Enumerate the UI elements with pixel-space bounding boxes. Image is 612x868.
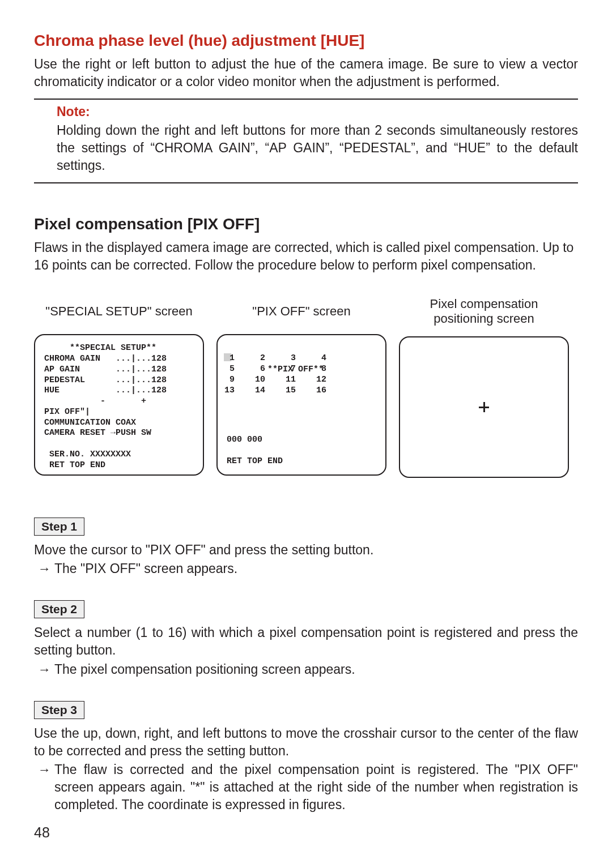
step-1-body: Move the cursor to "PIX OFF" and press t… bbox=[34, 541, 578, 559]
step-1-result: → The "PIX OFF" screen appears. bbox=[34, 560, 578, 578]
step-3: Step 3 Use the up, down, right, and left… bbox=[34, 701, 578, 814]
step-3-result-text: The flaw is corrected and the pixel comp… bbox=[54, 761, 578, 814]
osd-positioning bbox=[399, 336, 569, 478]
arrow-icon: → bbox=[34, 560, 54, 578]
caption-positioning: Pixel compensation positioning screen bbox=[399, 294, 569, 331]
caption-pixoff: "PIX OFF" screen bbox=[216, 294, 386, 328]
osd-special-setup: **SPECIAL SETUP** CHROMA GAIN ...|...128… bbox=[34, 334, 204, 476]
pixoff-body: Flaws in the displayed camera image are … bbox=[34, 239, 578, 274]
step-2-label: Step 2 bbox=[34, 600, 84, 618]
arrow-icon: → bbox=[34, 761, 54, 814]
divider bbox=[34, 99, 578, 100]
screen-col-pixoff: "PIX OFF" screen **PIX OFF** 1 2 3 4 5 6… bbox=[216, 294, 386, 478]
osd-pixoff: **PIX OFF** 1 2 3 4 5 6 7 8 9 10 11 12 1… bbox=[216, 334, 386, 476]
divider bbox=[34, 182, 578, 183]
note-label: Note: bbox=[57, 104, 578, 119]
section-heading-hue: Chroma phase level (hue) adjustment [HUE… bbox=[34, 32, 578, 50]
step-2-result: → The pixel compensation positioning scr… bbox=[34, 661, 578, 678]
step-1-result-text: The "PIX OFF" screen appears. bbox=[54, 560, 578, 578]
hue-body: Use the right or left button to adjust t… bbox=[34, 55, 578, 91]
step-3-result: → The flaw is corrected and the pixel co… bbox=[34, 761, 578, 814]
section-heading-pixoff: Pixel compensation [PIX OFF] bbox=[34, 215, 578, 233]
note-text: Holding down the right and left buttons … bbox=[57, 122, 578, 174]
step-3-label: Step 3 bbox=[34, 701, 84, 719]
note-block: Note: Holding down the right and left bu… bbox=[34, 104, 578, 174]
step-3-body: Use the up, down, right, and left button… bbox=[34, 725, 578, 760]
step-2-result-text: The pixel compensation positioning scree… bbox=[54, 661, 578, 678]
screen-col-positioning: Pixel compensation positioning screen bbox=[399, 294, 569, 478]
arrow-icon: → bbox=[34, 661, 54, 678]
step-2-body: Select a number (1 to 16) with which a p… bbox=[34, 624, 578, 659]
step-2: Step 2 Select a number (1 to 16) with wh… bbox=[34, 600, 578, 678]
osd-pixoff-grid: 1 2 3 4 5 6 7 8 9 10 11 12 13 14 15 16 bbox=[224, 353, 326, 396]
caption-special: "SPECIAL SETUP" screen bbox=[34, 294, 204, 328]
crosshair-icon bbox=[479, 402, 489, 412]
screens-row: "SPECIAL SETUP" screen **SPECIAL SETUP**… bbox=[34, 294, 578, 478]
step-1-label: Step 1 bbox=[34, 518, 84, 536]
screen-col-special: "SPECIAL SETUP" screen **SPECIAL SETUP**… bbox=[34, 294, 204, 478]
page-number: 48 bbox=[34, 824, 50, 841]
step-1: Step 1 Move the cursor to "PIX OFF" and … bbox=[34, 518, 578, 578]
osd-pixoff-footer: 000 000 RET TOP END bbox=[227, 435, 283, 467]
manual-page: Chroma phase level (hue) adjustment [HUE… bbox=[0, 0, 612, 868]
